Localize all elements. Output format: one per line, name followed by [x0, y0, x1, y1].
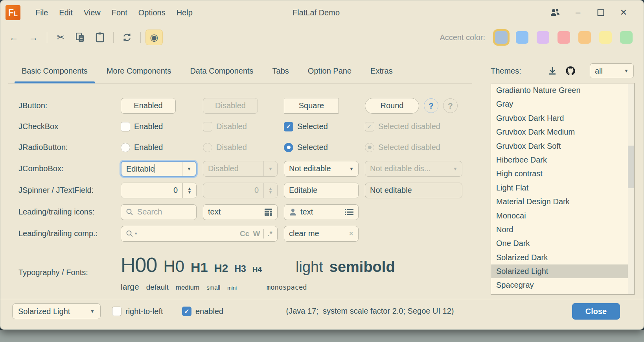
minimize-button[interactable]: – — [567, 0, 589, 25]
theme-item[interactable]: Monocai — [491, 209, 628, 223]
tab-tabs[interactable]: Tabs — [265, 59, 296, 83]
menu-font[interactable]: Font — [106, 5, 133, 20]
light-weight-sample: light — [296, 259, 323, 275]
menu-options[interactable]: Options — [133, 5, 171, 20]
toolbar-separator — [140, 32, 141, 43]
theme-item[interactable]: Gruvbox Dark Medium — [491, 125, 628, 139]
radio-selected[interactable] — [284, 143, 293, 152]
theme-item[interactable]: Gruvbox Dark Soft — [491, 139, 628, 153]
theme-item[interactable]: Nord — [491, 223, 628, 237]
cut-button[interactable]: ✂ — [52, 30, 69, 45]
checkbox-enabled[interactable] — [121, 122, 130, 131]
flatlaf-logo-icon: FL — [6, 5, 20, 20]
paste-button[interactable] — [91, 30, 109, 45]
users-icon[interactable] — [544, 0, 567, 25]
radio-enabled[interactable] — [121, 143, 130, 152]
theme-item[interactable]: High contrast — [491, 167, 628, 181]
tab-more-components[interactable]: More Components — [99, 59, 178, 83]
accent-swatch-orange[interactable] — [578, 31, 591, 44]
rtl-checkbox-group: right-to-left — [112, 307, 163, 316]
themes-scrollbar-thumb[interactable] — [628, 146, 634, 188]
tab-data-components[interactable]: Data Components — [183, 59, 260, 83]
spinner-up-icon[interactable]: ▲ — [188, 187, 191, 190]
tab-basic-components[interactable]: Basic Components — [15, 59, 95, 83]
checkbox-selected[interactable]: ✓ — [284, 122, 293, 131]
clearable-input[interactable]: clear me × — [284, 226, 359, 242]
copy-button[interactable] — [72, 30, 89, 45]
tab-option-pane[interactable]: Option Pane — [301, 59, 359, 83]
menu-file[interactable]: File — [30, 5, 53, 20]
theme-item[interactable]: Spacegray — [491, 278, 628, 292]
advanced-search-input[interactable]: ▾ Cc W .* — [121, 226, 278, 242]
calendar-icon[interactable] — [264, 208, 272, 216]
download-icon[interactable] — [545, 63, 560, 78]
accent-swatch-red[interactable] — [558, 31, 570, 44]
list-icon[interactable] — [345, 209, 353, 216]
check-icon: ✓ — [184, 308, 189, 315]
square-button[interactable]: Square — [284, 98, 339, 114]
spinner-down-icon[interactable]: ▼ — [188, 190, 191, 194]
textfield-editable[interactable]: Editable — [284, 183, 359, 198]
lookandfeel-combo[interactable]: Solarized Light ▼ — [12, 303, 101, 319]
enabled-checkbox[interactable]: ✓ — [182, 307, 191, 316]
theme-item[interactable]: One Dark — [491, 237, 628, 250]
menu-help[interactable]: Help — [171, 5, 198, 20]
right-to-left-checkbox[interactable] — [112, 307, 121, 316]
theme-item[interactable]: Gray — [491, 97, 628, 111]
spinner-enabled[interactable]: 0 ▲▼ — [121, 183, 197, 198]
help-button[interactable]: ? — [424, 98, 438, 113]
maximize-button[interactable] — [589, 0, 612, 25]
accent-swatch-blue[interactable] — [516, 31, 528, 44]
accent-swatch-green[interactable] — [620, 31, 633, 44]
whole-word-button[interactable]: W — [253, 229, 260, 238]
match-case-button[interactable]: Cc — [240, 229, 249, 238]
round-button[interactable]: Round — [365, 98, 419, 114]
menu-edit[interactable]: Edit — [53, 5, 78, 20]
forward-button[interactable]: → — [25, 30, 42, 45]
themes-scrollbar-track[interactable] — [628, 84, 634, 294]
search-icon[interactable] — [126, 230, 134, 238]
combobox-not-editable[interactable]: Not editable ▼ — [284, 161, 359, 177]
theme-item[interactable]: Material Design Dark — [491, 195, 628, 209]
user-icon — [289, 208, 297, 216]
chevron-down-icon: ▼ — [345, 166, 358, 172]
theme-item[interactable]: Hiberbee Dark — [491, 153, 628, 167]
enabled-button[interactable]: Enabled — [121, 98, 176, 114]
search-options-caret-icon[interactable]: ▾ — [135, 231, 137, 236]
regex-button[interactable]: .* — [267, 229, 272, 238]
checkbox-selected-disabled-label: Selected disabled — [378, 122, 440, 131]
chevron-down-icon[interactable]: ▼ — [182, 166, 196, 172]
github-icon[interactable] — [563, 63, 578, 78]
theme-item[interactable]: Light Flat — [491, 181, 628, 195]
clear-icon[interactable]: × — [349, 229, 353, 238]
jbutton-label: JButton: — [18, 101, 114, 110]
themes-filter-combo[interactable]: all ▼ — [590, 63, 634, 78]
radio-selected-disabled-label: Selected disabled — [378, 143, 440, 152]
refresh-button[interactable] — [118, 30, 136, 45]
combobox-editable[interactable]: Editable ▼ — [121, 161, 197, 177]
tab-extras[interactable]: Extras — [363, 59, 400, 83]
close-window-button[interactable]: ✕ — [612, 0, 635, 25]
back-button[interactable]: ← — [5, 30, 22, 45]
accent-swatch-purple[interactable] — [537, 31, 549, 44]
accent-swatch-default[interactable] — [495, 31, 508, 44]
theme-item[interactable]: Solarized Dark — [491, 251, 628, 264]
toolbar-separator — [47, 32, 47, 43]
theme-item[interactable]: Gruvbox Dark Hard — [491, 111, 628, 125]
h4-sample: H4 — [252, 265, 262, 274]
chevron-down-icon: ▼ — [264, 166, 277, 172]
accent-swatch-yellow[interactable] — [599, 31, 612, 44]
radio-dot — [368, 146, 372, 149]
menu-view[interactable]: View — [78, 5, 106, 20]
logo-letter-f: F — [8, 5, 14, 20]
user-input[interactable]: text — [284, 204, 359, 220]
radio-dot — [287, 146, 291, 149]
theme-item[interactable]: Gradianto Nature Green — [491, 83, 628, 97]
date-input[interactable]: text — [203, 204, 278, 220]
show-hidden-eye-toggle[interactable]: ◉ — [145, 30, 163, 45]
search-input[interactable]: Search — [121, 204, 197, 220]
close-button[interactable]: Close — [572, 303, 620, 320]
theme-item-selected[interactable]: Solarized Light — [491, 264, 628, 278]
titlebar: FL File Edit View Font Options Help Flat… — [0, 0, 644, 25]
default-sample: default — [146, 283, 169, 292]
